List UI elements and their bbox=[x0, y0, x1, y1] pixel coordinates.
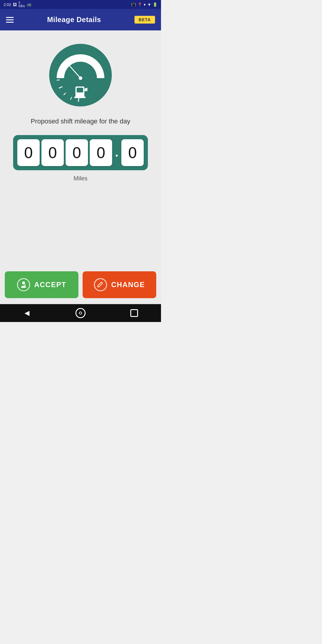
accept-icon bbox=[17, 278, 30, 291]
odometer-digit-1: 0 bbox=[17, 139, 40, 166]
odometer-digit-3: 0 bbox=[66, 139, 88, 166]
video-icon: 📹 bbox=[27, 2, 31, 7]
odometer-digit-2: 0 bbox=[41, 139, 64, 166]
odometer-separator: . bbox=[114, 146, 120, 159]
svg-line-1 bbox=[78, 98, 79, 102]
recents-square-icon bbox=[130, 309, 138, 317]
status-bar-right: 📳 📍 ▾ ▼ 🔋 bbox=[131, 2, 157, 7]
svg-rect-13 bbox=[77, 88, 83, 92]
accept-button[interactable]: ACCEPT bbox=[5, 271, 78, 298]
home-circle-inner bbox=[79, 312, 82, 315]
status-bar: 2:02 🖼 0KB/s 📹 📳 📍 ▾ ▼ 🔋 bbox=[0, 0, 161, 9]
odometer-digit-4: 0 bbox=[90, 139, 112, 166]
unit-label: Miles bbox=[74, 175, 88, 182]
page-title: Mileage Details bbox=[47, 16, 101, 24]
bottom-buttons: ACCEPT CHANGE bbox=[0, 267, 161, 304]
home-button[interactable] bbox=[75, 307, 86, 319]
svg-point-11 bbox=[79, 76, 82, 80]
battery-icon: 🔋 bbox=[153, 2, 157, 7]
recents-button[interactable] bbox=[128, 307, 140, 319]
wifi-icon: ▾ bbox=[144, 2, 146, 7]
beta-badge: BETA bbox=[134, 16, 155, 24]
svg-rect-15 bbox=[74, 97, 86, 98]
wifi-signal-icon: ▼ bbox=[147, 2, 151, 7]
back-button[interactable]: ◀ bbox=[21, 307, 33, 319]
status-bar-left: 2:02 🖼 0KB/s 📹 bbox=[4, 1, 31, 8]
navigation-bar: ◀ bbox=[0, 304, 161, 322]
network-speed: 0KB/s bbox=[18, 1, 25, 8]
svg-point-16 bbox=[22, 281, 25, 284]
description-text: Proposed shift mileage for the day bbox=[31, 117, 130, 126]
vibrate-icon: 📳 bbox=[131, 2, 136, 7]
accept-label: ACCEPT bbox=[34, 281, 66, 289]
change-label: CHANGE bbox=[111, 281, 145, 289]
image-icon: 🖼 bbox=[13, 2, 17, 7]
app-bar: Mileage Details BETA bbox=[0, 9, 161, 30]
change-button[interactable]: CHANGE bbox=[83, 271, 156, 298]
mileage-gauge-icon bbox=[48, 42, 113, 108]
change-icon bbox=[94, 278, 107, 291]
svg-line-5 bbox=[57, 80, 60, 80]
home-circle-icon bbox=[75, 308, 86, 318]
time-display: 2:02 bbox=[4, 2, 11, 7]
main-content: Proposed shift mileage for the day 0 0 0… bbox=[0, 30, 161, 267]
location-icon: 📍 bbox=[137, 2, 142, 7]
odometer-digit-5: 0 bbox=[121, 139, 144, 166]
hamburger-menu-button[interactable] bbox=[6, 17, 14, 23]
odometer-display: 0 0 0 0 . 0 bbox=[13, 135, 148, 170]
